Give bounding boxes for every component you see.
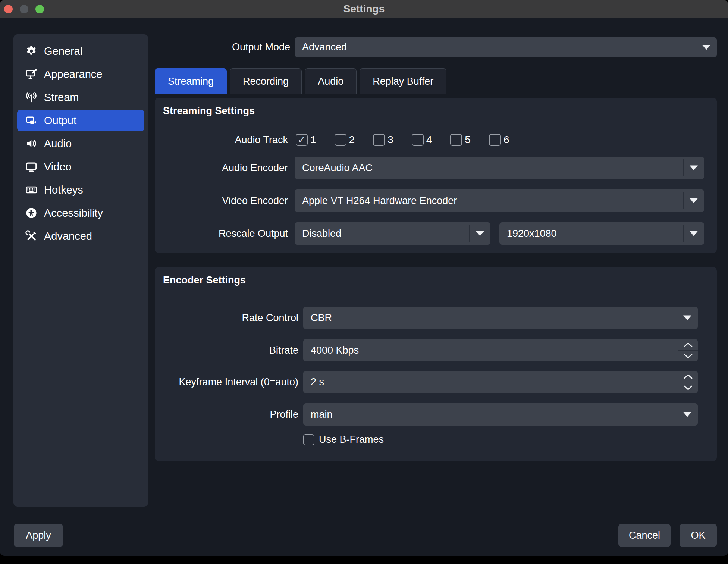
close-button[interactable] [4, 5, 13, 13]
sidebar-item-label: Appearance [44, 68, 102, 81]
cancel-button[interactable]: Cancel [618, 524, 671, 547]
profile-value: main [311, 409, 333, 420]
bitrate-input[interactable]: 4000 Kbps [303, 339, 698, 361]
audio-track-checkbox-5[interactable] [450, 134, 462, 146]
keyboard-icon [24, 182, 39, 197]
keyframe-interval-value: 2 s [311, 376, 324, 388]
bitrate-label: Bitrate [155, 345, 298, 356]
spin-down-button[interactable] [678, 382, 698, 393]
audio-track-checkbox-3[interactable] [373, 134, 385, 146]
video-encoder-select[interactable]: Apple VT H264 Hardware Encoder [295, 189, 704, 212]
stream-icon [24, 90, 39, 105]
encoder-settings-title: Encoder Settings [155, 267, 717, 287]
chevron-down-icon [476, 231, 484, 236]
chevron-down-icon [683, 316, 691, 320]
audio-track-checkbox-6[interactable] [489, 134, 501, 146]
rate-control-value: CBR [311, 312, 332, 324]
use-bframes-checkbox[interactable] [303, 434, 314, 445]
sidebar-item-hotkeys[interactable]: Hotkeys [17, 179, 144, 201]
tab-audio[interactable]: Audio [305, 68, 357, 94]
chevron-down-icon [690, 166, 698, 170]
streaming-settings-title: Streaming Settings [155, 98, 717, 118]
output-mode-value: Advanced [302, 41, 347, 53]
keyframe-interval-label: Keyframe Interval (0=auto) [155, 376, 298, 388]
streaming-settings-group: Streaming Settings Audio Track 1 2 3 4 5… [155, 98, 717, 253]
sidebar-item-general[interactable]: General [17, 40, 144, 62]
sidebar-item-audio[interactable]: Audio [17, 133, 144, 154]
rescale-output-value: Disabled [302, 228, 341, 239]
output-icon [24, 113, 39, 128]
audio-track-checkbox-1[interactable] [296, 134, 308, 146]
sidebar-item-label: Accessibility [44, 207, 103, 219]
rate-control-select[interactable]: CBR [303, 307, 698, 329]
sidebar-item-label: Output [44, 115, 76, 127]
sidebar-item-label: Hotkeys [44, 184, 83, 196]
minimize-button[interactable] [20, 5, 28, 13]
keyframe-interval-input[interactable]: 2 s [303, 371, 698, 393]
chevron-down-icon [690, 198, 698, 203]
sidebar-item-label: Advanced [44, 230, 92, 242]
rescale-output-select[interactable]: Disabled [295, 222, 490, 245]
audio-icon [24, 136, 39, 151]
sidebar-item-advanced[interactable]: Advanced [17, 225, 144, 247]
ok-button[interactable]: OK [680, 524, 717, 547]
spin-up-button[interactable] [678, 339, 698, 351]
video-encoder-value: Apple VT H264 Hardware Encoder [302, 195, 457, 207]
spin-down-button[interactable] [678, 351, 698, 361]
gear-icon [24, 44, 39, 59]
traffic-lights [4, 0, 44, 18]
use-bframes-label: Use B-Frames [319, 434, 384, 445]
audio-track-checkbox-4[interactable] [412, 134, 424, 146]
spin-up-button[interactable] [678, 371, 698, 382]
tab-recording[interactable]: Recording [230, 68, 302, 94]
output-tab-bar: Streaming Recording Audio Replay Buffer [155, 68, 717, 94]
appearance-icon [24, 67, 39, 82]
audio-track-group: 1 2 3 4 5 6 [296, 134, 509, 146]
chevron-down-icon [690, 231, 698, 236]
settings-sidebar: General Appearance Stream Output Audio [13, 34, 148, 507]
tab-streaming[interactable]: Streaming [155, 68, 227, 94]
sidebar-item-accessibility[interactable]: Accessibility [17, 202, 144, 224]
chevron-down-icon [702, 45, 710, 50]
rescale-output-label: Rescale Output [155, 228, 288, 239]
zoom-button[interactable] [35, 5, 44, 13]
profile-select[interactable]: main [303, 403, 698, 426]
sidebar-item-output[interactable]: Output [17, 110, 144, 131]
rescale-resolution-value: 1920x1080 [507, 228, 557, 239]
bitrate-value: 4000 Kbps [311, 345, 359, 356]
audio-track-label: Audio Track [155, 134, 288, 146]
window-title: Settings [343, 3, 385, 15]
output-mode-select[interactable]: Advanced [295, 37, 717, 57]
sidebar-item-appearance[interactable]: Appearance [17, 63, 144, 85]
sidebar-item-stream[interactable]: Stream [17, 87, 144, 108]
audio-encoder-select[interactable]: CoreAudio AAC [295, 157, 704, 179]
rate-control-label: Rate Control [155, 312, 298, 324]
settings-window: Settings General Appearance Stream Outp [0, 0, 728, 556]
audio-track-checkbox-2[interactable] [335, 134, 346, 146]
video-encoder-label: Video Encoder [155, 195, 288, 207]
sidebar-item-video[interactable]: Video [17, 156, 144, 178]
output-mode-label: Output Mode [155, 41, 290, 53]
title-bar: Settings [0, 0, 728, 18]
tab-replay-buffer[interactable]: Replay Buffer [360, 68, 446, 94]
sidebar-item-label: Video [44, 161, 72, 173]
advanced-icon [24, 229, 39, 244]
sidebar-item-label: Stream [44, 91, 79, 104]
accessibility-icon [24, 206, 39, 220]
sidebar-item-label: General [44, 45, 82, 57]
profile-label: Profile [155, 409, 298, 420]
video-icon [24, 159, 39, 174]
sidebar-item-label: Audio [44, 138, 72, 150]
rescale-resolution-select[interactable]: 1920x1080 [499, 222, 704, 245]
audio-encoder-value: CoreAudio AAC [302, 162, 373, 174]
apply-button[interactable]: Apply [14, 524, 63, 547]
chevron-down-icon [683, 412, 691, 417]
audio-encoder-label: Audio Encoder [155, 162, 288, 174]
encoder-settings-group: Encoder Settings Rate Control CBR Bitrat… [155, 267, 717, 461]
